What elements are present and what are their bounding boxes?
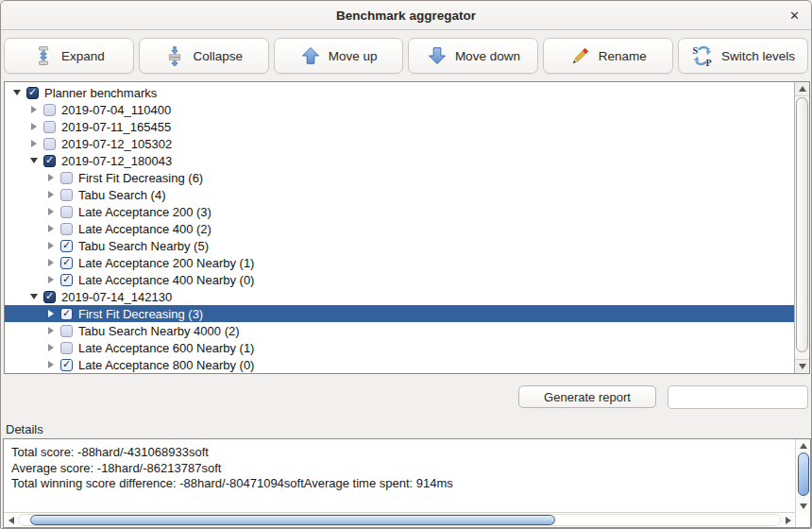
checkbox[interactable]: [43, 138, 56, 150]
details-vscrollbar-track[interactable]: [796, 452, 810, 500]
close-icon[interactable]: ✕: [789, 9, 800, 22]
tree-row[interactable]: 2019-07-11_165455: [5, 118, 794, 135]
checkbox[interactable]: [60, 325, 73, 337]
scroll-down-icon: [799, 364, 806, 369]
tree-row[interactable]: Late Acceptance 400 (2): [5, 220, 794, 237]
generate-report-button[interactable]: Generate report: [518, 385, 656, 408]
tree-vertical-scrollbar[interactable]: [794, 82, 809, 373]
tree-item-label: Tabu Search Nearby (5): [78, 239, 209, 253]
tree-row[interactable]: Late Acceptance 400 Nearby (0): [5, 271, 794, 288]
expander-icon[interactable]: [44, 191, 58, 198]
move-up-button-label: Move up: [329, 49, 378, 63]
expander-icon[interactable]: [27, 294, 41, 299]
tree-item-label: Late Acceptance 400 Nearby (0): [78, 273, 254, 287]
checkbox[interactable]: [60, 308, 73, 320]
tree-row[interactable]: Tabu Search Nearby 4000 (2): [5, 322, 794, 339]
expander-icon[interactable]: [44, 259, 58, 266]
checkbox[interactable]: [60, 342, 73, 354]
scroll-down-button[interactable]: [796, 500, 810, 512]
tree-scrollbar-thumb[interactable]: [796, 97, 808, 352]
tree-row[interactable]: First Fit Decreasing (6): [5, 169, 794, 186]
tree-row[interactable]: Planner benchmarks: [5, 84, 794, 101]
checkbox[interactable]: [60, 172, 73, 184]
expander-icon[interactable]: [44, 310, 58, 317]
tree-row[interactable]: Late Acceptance 800 Nearby (0): [5, 356, 794, 373]
expand-icon: [33, 45, 54, 66]
details-hscrollbar-track[interactable]: [18, 514, 781, 526]
checkbox[interactable]: [60, 189, 73, 201]
checkbox[interactable]: [43, 121, 56, 133]
move-down-button-label: Move down: [455, 49, 520, 63]
tree-item-label: Late Acceptance 400 (2): [78, 222, 211, 236]
details-hscrollbar-thumb[interactable]: [30, 515, 555, 525]
tree-item-label: 2019-07-14_142130: [61, 290, 172, 304]
expander-icon[interactable]: [27, 140, 41, 147]
tree-row[interactable]: Tabu Search (4): [5, 186, 794, 203]
expander-icon[interactable]: [44, 276, 58, 283]
tree-item-label: First Fit Decreasing (6): [78, 171, 203, 185]
move-up-button[interactable]: Move up: [274, 38, 404, 74]
checkbox[interactable]: [60, 257, 73, 269]
tree-row[interactable]: 2019-07-12_180043: [5, 152, 794, 169]
tree-row[interactable]: 2019-07-04_110400: [5, 101, 794, 118]
scroll-left-icon: [8, 517, 14, 524]
tree-row[interactable]: Late Acceptance 600 Nearby (1): [5, 339, 794, 356]
scroll-up-icon: [799, 86, 806, 92]
scrollbar-corner: [795, 512, 810, 527]
expander-icon[interactable]: [44, 361, 58, 368]
collapse-button[interactable]: Collapse: [139, 38, 269, 74]
tree-item-label: Planner benchmarks: [44, 86, 157, 100]
tree-row[interactable]: Tabu Search Nearby (5): [5, 237, 794, 254]
expander-icon[interactable]: [27, 123, 41, 130]
tree-row[interactable]: 2019-07-12_105302: [5, 135, 794, 152]
checkbox[interactable]: [60, 240, 73, 252]
expander-icon[interactable]: [44, 225, 58, 232]
checkbox[interactable]: [60, 359, 73, 371]
checkbox[interactable]: [43, 104, 56, 116]
details-box: Total score: -88hard/-431068933softAvera…: [3, 438, 811, 528]
tree-row[interactable]: 2019-07-14_142130: [5, 288, 794, 305]
details-vscrollbar-thumb[interactable]: [798, 452, 809, 496]
svg-text:S: S: [693, 45, 699, 56]
checkbox[interactable]: [26, 87, 39, 99]
scroll-up-button[interactable]: [796, 439, 810, 452]
details-vertical-scrollbar[interactable]: [795, 439, 810, 512]
tree-row[interactable]: Late Acceptance 200 Nearby (1): [5, 254, 794, 271]
expander-icon[interactable]: [27, 158, 41, 163]
checkbox[interactable]: [43, 291, 56, 303]
expander-icon[interactable]: [44, 327, 58, 334]
tree-row[interactable]: First Fit Decreasing (3): [5, 305, 794, 322]
scroll-down-icon: [800, 503, 807, 509]
rename-icon: [570, 45, 591, 66]
expand-button[interactable]: Expand: [4, 38, 134, 74]
checkbox[interactable]: [43, 155, 56, 167]
scroll-down-button[interactable]: [795, 359, 809, 373]
tree-item-label: 2019-07-12_105302: [61, 137, 172, 151]
checkbox[interactable]: [60, 223, 73, 235]
tree-item-label: Tabu Search Nearby 4000 (2): [78, 324, 240, 338]
details-horizontal-scrollbar[interactable]: [4, 512, 795, 527]
scroll-left-button[interactable]: [4, 513, 18, 527]
expander-icon[interactable]: [44, 344, 58, 351]
scroll-up-button[interactable]: [795, 82, 809, 96]
details-line: Total score: -88hard/-431068933soft: [11, 445, 787, 461]
switch-levels-button[interactable]: S P Switch levels: [678, 38, 808, 74]
tree-item-label: Late Acceptance 600 Nearby (1): [78, 341, 254, 355]
titlebar: Benchmark aggregator ✕: [1, 1, 811, 30]
rename-button[interactable]: Rename: [543, 38, 673, 74]
scroll-right-button[interactable]: [781, 513, 795, 527]
expander-icon[interactable]: [27, 106, 41, 113]
expander-icon[interactable]: [44, 242, 58, 249]
move-down-button[interactable]: Move down: [408, 38, 538, 74]
tree-row[interactable]: Late Acceptance 200 (3): [5, 203, 794, 220]
checkbox[interactable]: [60, 274, 73, 286]
tree-scrollbar-track[interactable]: [795, 96, 809, 359]
expander-icon[interactable]: [10, 90, 24, 95]
tree-item-label: 2019-07-11_165455: [61, 120, 171, 134]
switch-levels-icon: S P: [691, 44, 714, 67]
checkbox[interactable]: [60, 206, 73, 218]
expander-icon[interactable]: [44, 208, 58, 215]
rename-button-label: Rename: [599, 49, 647, 63]
details-line: Total winning score difference: -88hard/…: [11, 476, 787, 492]
expander-icon[interactable]: [44, 174, 58, 181]
